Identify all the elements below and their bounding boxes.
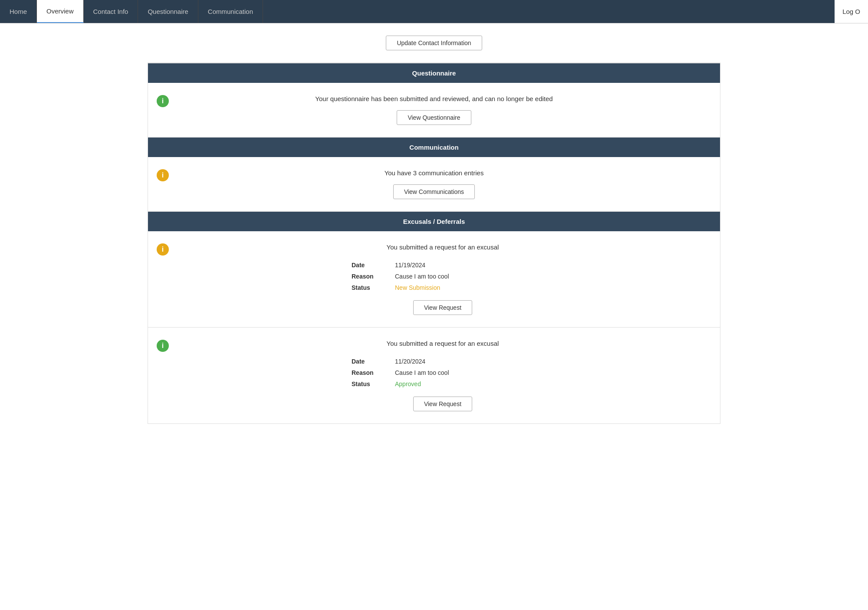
update-contact-info-button[interactable]: Update Contact Information <box>386 36 482 50</box>
tab-communication[interactable]: Communication <box>198 0 263 23</box>
detail-row-reason-2: Reason Cause I am too cool <box>352 367 534 378</box>
date-value-1: 11/19/2024 <box>395 262 425 269</box>
questionnaire-section: Questionnaire i Your questionnaire has b… <box>148 63 720 138</box>
view-communications-button[interactable]: View Communications <box>393 184 475 199</box>
log-out-button[interactable]: Log O <box>835 0 868 23</box>
communication-message: You have 3 communication entries <box>385 169 484 177</box>
navigation-bar: Home Overview Contact Info Questionnaire… <box>0 0 868 23</box>
reason-value-2: Cause I am too cool <box>395 369 449 376</box>
reason-label-1: Reason <box>352 273 395 280</box>
excusal-entry-1: i You submitted a request for an excusal… <box>148 231 720 328</box>
date-label-1: Date <box>352 262 395 269</box>
tab-contact-info[interactable]: Contact Info <box>84 0 138 23</box>
tab-home[interactable]: Home <box>0 0 37 23</box>
questionnaire-body: i Your questionnaire has been submitted … <box>148 83 720 137</box>
info-icon-excusal-1: i <box>157 243 169 256</box>
date-label-2: Date <box>352 358 395 365</box>
contact-info-section: Update Contact Information <box>148 23 720 63</box>
questionnaire-content: Your questionnaire has been submitted an… <box>157 95 711 125</box>
excusal-entry-2: i You submitted a request for an excusal… <box>148 328 720 423</box>
questionnaire-message: Your questionnaire has been submitted an… <box>315 95 552 102</box>
detail-row-date-2: Date 11/20/2024 <box>352 356 534 367</box>
detail-row-status-2: Status Approved <box>352 378 534 390</box>
tab-overview[interactable]: Overview <box>37 0 84 23</box>
detail-row-date-1: Date 11/19/2024 <box>352 259 534 271</box>
tab-questionnaire[interactable]: Questionnaire <box>138 0 198 23</box>
date-value-2: 11/20/2024 <box>395 358 425 365</box>
info-icon-communication: i <box>157 169 169 181</box>
info-icon-questionnaire: i <box>157 95 169 107</box>
reason-label-2: Reason <box>352 369 395 376</box>
excusal-details-1: Date 11/19/2024 Reason Cause I am too co… <box>174 259 711 293</box>
communication-body: i You have 3 communication entries View … <box>148 157 720 211</box>
excusal-title-2: You submitted a request for an excusal <box>174 340 711 347</box>
info-icon-excusal-2: i <box>157 340 169 352</box>
excusal-details-2: Date 11/20/2024 Reason Cause I am too co… <box>174 356 711 390</box>
reason-value-1: Cause I am too cool <box>395 273 449 280</box>
view-request-button-2[interactable]: View Request <box>413 397 472 411</box>
detail-row-status-1: Status New Submission <box>352 282 534 293</box>
excusals-section: Excusals / Deferrals i You submitted a r… <box>148 212 720 424</box>
communication-header: Communication <box>148 138 720 157</box>
excusal-btn-row-1: View Request <box>174 300 711 315</box>
main-content: Update Contact Information Questionnaire… <box>148 23 720 424</box>
excusal-title-1: You submitted a request for an excusal <box>174 243 711 251</box>
status-label-2: Status <box>352 380 395 387</box>
excusals-header: Excusals / Deferrals <box>148 212 720 231</box>
view-request-button-1[interactable]: View Request <box>413 300 472 315</box>
detail-row-reason-1: Reason Cause I am too cool <box>352 271 534 282</box>
view-questionnaire-button[interactable]: View Questionnaire <box>397 110 471 125</box>
questionnaire-header: Questionnaire <box>148 63 720 83</box>
excusal-btn-row-2: View Request <box>174 397 711 411</box>
status-value-2: Approved <box>395 380 421 387</box>
communication-content: You have 3 communication entries View Co… <box>157 169 711 199</box>
status-label-1: Status <box>352 284 395 291</box>
communication-section: Communication i You have 3 communication… <box>148 138 720 212</box>
status-value-1: New Submission <box>395 284 440 291</box>
